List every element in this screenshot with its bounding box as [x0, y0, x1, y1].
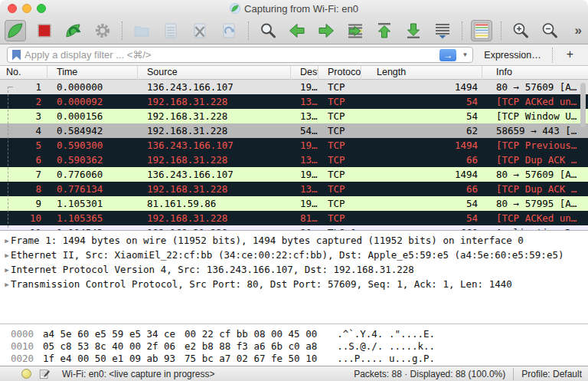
cell-time: 0.000000 — [47, 80, 138, 94]
detail-text: Ethernet II, Src: XiaomiEl_22:cf:bb (34:… — [11, 249, 564, 261]
packet-row-3[interactable]: 30.000156192.168.31.22813…TCP54[TCP Wind… — [0, 109, 588, 123]
cell-source: 192.168.31.228 — [138, 153, 291, 167]
cell-length: 1494 — [361, 138, 482, 153]
close-file-icon — [191, 21, 209, 40]
go-to-packet-button[interactable] — [345, 20, 366, 41]
expand-arrow-icon[interactable]: ▶ — [0, 266, 11, 274]
expression-button[interactable]: Expression… — [479, 50, 545, 61]
hex-bytes: e2 b8 88 f3 a6 6b c0 a8 — [185, 340, 317, 353]
detail-row-tcp[interactable]: ▶ Transmission Control Protocol, Src Por… — [0, 277, 588, 291]
close-window-button[interactable] — [8, 4, 17, 13]
cell-info: 80 → 57609 [A… — [482, 167, 588, 182]
filter-bookmark-icon[interactable] — [12, 50, 21, 61]
cell-protocol: TCP — [318, 167, 361, 182]
column-header-info[interactable]: Info — [482, 66, 588, 80]
column-header-destination[interactable]: Desti — [291, 66, 318, 80]
detail-row-ethernet[interactable]: ▶ Ethernet II, Src: XiaomiEl_22:cf:bb (3… — [0, 248, 588, 262]
packet-row-4[interactable]: 40.584942192.168.31.22854…TCP6258659 → 4… — [0, 123, 588, 138]
toolbar-overflow-button[interactable]: » — [575, 23, 583, 38]
expand-arrow-icon[interactable]: ▶ — [0, 281, 11, 288]
display-filter-input[interactable] — [24, 49, 436, 61]
close-capture-file-button[interactable] — [189, 20, 211, 41]
toolbar-separator — [501, 21, 501, 40]
reload-capture-file-button[interactable] — [218, 20, 240, 41]
column-header-protocol[interactable]: Protocol — [318, 66, 361, 80]
go-forward-button[interactable] — [315, 20, 337, 41]
cell-source: 136.243.166.107 — [138, 138, 291, 153]
detail-text: Internet Protocol Version 4, Src: 136.24… — [11, 264, 414, 275]
packet-row-5[interactable]: 50.590300136.243.166.10719…TCP1494[TCP P… — [0, 138, 588, 153]
hex-ascii: .^`.Y.4. ."....E. — [337, 328, 435, 340]
colorize-packets-button[interactable] — [471, 20, 492, 41]
cell-protocol: TCP — [318, 123, 361, 138]
cell-length: 660 — [361, 225, 482, 230]
cell-info: 58659 → 443 [… — [482, 123, 588, 138]
filter-history-dropdown[interactable]: ▼ — [460, 51, 469, 58]
packet-list-scrollbar[interactable] — [580, 83, 586, 127]
auto-scroll-button[interactable] — [432, 20, 453, 41]
column-header-length[interactable]: Length — [361, 66, 482, 80]
cell-length: 54 — [361, 109, 482, 123]
minimize-window-button[interactable] — [22, 4, 31, 13]
save-capture-file-button[interactable] — [160, 20, 181, 41]
apply-filter-button[interactable]: → — [439, 49, 456, 61]
toolbar-separator — [462, 21, 462, 40]
detail-row-frame[interactable]: ▶ Frame 1: 1494 bytes on wire (11952 bit… — [0, 233, 588, 248]
capture-comment-button[interactable] — [39, 369, 50, 379]
hex-row[interactable]: 0020 1f e4 00 50 e1 09 ab 93 75 bc a7 02… — [0, 353, 588, 365]
cell-no: 2 — [0, 94, 47, 109]
hex-bytes: a4 5e 60 e5 59 e5 34 ce — [43, 328, 175, 340]
profile-button[interactable]: Profile: Default — [521, 369, 582, 379]
detail-row-ip[interactable]: ▶ Internet Protocol Version 4, Src: 136.… — [0, 262, 588, 277]
expand-arrow-icon[interactable]: ▶ — [0, 237, 11, 245]
zoom-in-icon — [511, 21, 530, 40]
zoom-out-button[interactable] — [539, 20, 560, 41]
column-header-source[interactable]: Source — [138, 66, 291, 80]
hex-row[interactable]: 0010 05 c8 53 8c 40 00 2f 06 e2 b8 88 f3… — [0, 340, 588, 353]
packet-row-6[interactable]: 60.590362192.168.31.22813…TCP66[TCP Dup … — [0, 153, 588, 167]
packet-row-7[interactable]: 70.776060136.243.166.10719…TCP149480 → 5… — [0, 167, 588, 182]
add-filter-button[interactable]: + — [559, 48, 581, 63]
packet-row-10[interactable]: 101.105365192.168.31.22881…TCP54[TCP ACK… — [0, 211, 588, 225]
column-header-no[interactable]: No. — [0, 66, 47, 80]
cell-source: 136.243.166.107 — [138, 80, 291, 94]
stop-capture-button[interactable] — [34, 20, 55, 41]
find-packet-button[interactable] — [257, 20, 279, 41]
hex-row[interactable]: 0000 a4 5e 60 e5 59 e5 34 ce 00 22 cf bb… — [0, 328, 588, 340]
search-icon — [259, 21, 277, 40]
auto-scroll-icon — [433, 21, 452, 40]
toolbar-separator — [248, 21, 249, 40]
main-toolbar: » — [0, 17, 588, 44]
packet-row-2[interactable]: 20.000092192.168.31.22813…TCP54[TCP ACKe… — [0, 94, 588, 109]
go-back-button[interactable] — [286, 20, 308, 41]
go-first-packet-button[interactable] — [374, 20, 395, 41]
cell-time: 0.776134 — [47, 182, 138, 196]
maximize-window-button[interactable] — [37, 4, 46, 13]
restart-capture-button[interactable] — [63, 20, 84, 41]
cell-no: 6 — [0, 153, 47, 167]
cell-time: 0.584942 — [47, 123, 138, 138]
packet-row-1[interactable]: 10.000000136.243.166.10719…TCP149480 → 5… — [0, 80, 588, 94]
packet-row-9[interactable]: 91.10530181.161.59.8619…TCP5480 → 57995 … — [0, 196, 588, 211]
zoom-in-button[interactable] — [510, 20, 531, 41]
display-filter-field[interactable]: → ▼ — [7, 47, 473, 63]
colorize-icon — [472, 21, 491, 40]
toolbar-separator — [122, 21, 122, 40]
cell-length: 54 — [361, 94, 482, 109]
packet-row-11-partial[interactable]: 111.104543192.168.31.22880…TLSv1.2660App… — [0, 225, 588, 230]
start-capture-button[interactable] — [5, 20, 26, 41]
shark-fin-icon — [6, 21, 24, 40]
cell-protocol: TCP — [318, 109, 361, 123]
go-last-packet-button[interactable] — [403, 20, 424, 41]
open-capture-file-button[interactable] — [131, 20, 152, 41]
capture-options-button[interactable] — [92, 20, 113, 41]
arrow-right-icon — [317, 21, 335, 40]
save-file-icon — [162, 21, 180, 40]
expand-arrow-icon[interactable]: ▶ — [0, 251, 11, 259]
packet-bytes-pane: 0000 a4 5e 60 e5 59 e5 34 ce 00 22 cf bb… — [0, 324, 588, 366]
packet-row-8[interactable]: 80.776134192.168.31.22813…TCP66[TCP Dup … — [0, 182, 588, 196]
column-header-time[interactable]: Time — [47, 66, 138, 80]
expert-info-button[interactable] — [21, 369, 31, 379]
gear-icon — [93, 21, 112, 40]
cell-protocol: TCP — [318, 153, 361, 167]
